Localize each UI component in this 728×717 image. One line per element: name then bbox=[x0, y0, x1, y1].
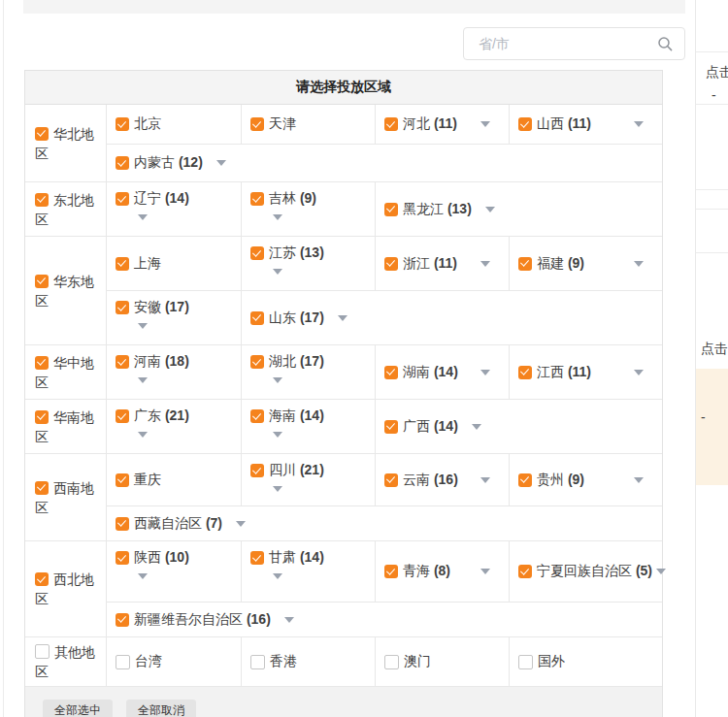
chevron-down-icon[interactable] bbox=[273, 573, 282, 579]
province-checkbox[interactable] bbox=[518, 117, 532, 131]
chevron-down-icon[interactable] bbox=[485, 207, 495, 212]
province-cell[interactable]: 重庆 bbox=[107, 454, 242, 505]
chevron-down-icon[interactable] bbox=[138, 573, 148, 579]
province-checkbox[interactable] bbox=[518, 257, 532, 271]
chevron-down-icon[interactable] bbox=[273, 214, 282, 220]
province-checkbox[interactable] bbox=[116, 473, 129, 487]
chevron-down-icon[interactable] bbox=[273, 377, 282, 383]
province-checkbox[interactable] bbox=[518, 655, 533, 669]
province-cell[interactable]: 安徽 (17) bbox=[107, 291, 242, 344]
search-icon[interactable] bbox=[657, 36, 673, 51]
province-cell[interactable]: 四川 (21) bbox=[242, 454, 376, 505]
region-group-cell[interactable]: 华东地区 bbox=[25, 237, 107, 344]
chevron-down-icon[interactable] bbox=[273, 432, 282, 438]
province-cell[interactable]: 香港 bbox=[242, 637, 376, 686]
province-cell[interactable]: 湖北 (17) bbox=[242, 345, 376, 399]
province-checkbox[interactable] bbox=[250, 355, 264, 369]
province-checkbox[interactable] bbox=[116, 257, 129, 271]
province-checkbox[interactable] bbox=[384, 565, 398, 578]
province-cell[interactable]: 辽宁 (14) bbox=[107, 182, 242, 236]
province-checkbox[interactable] bbox=[518, 366, 532, 379]
province-checkbox[interactable] bbox=[384, 117, 398, 131]
province-checkbox[interactable] bbox=[116, 192, 129, 206]
province-checkbox[interactable] bbox=[518, 565, 532, 578]
province-cell[interactable]: 江苏 (13) bbox=[242, 237, 376, 290]
chevron-down-icon[interactable] bbox=[634, 121, 644, 127]
province-cell[interactable]: 台湾 bbox=[107, 637, 242, 686]
chevron-down-icon[interactable] bbox=[273, 269, 282, 275]
province-checkbox[interactable] bbox=[250, 655, 265, 669]
province-cell[interactable]: 北京 bbox=[107, 105, 242, 144]
province-checkbox[interactable] bbox=[384, 473, 398, 487]
chevron-down-icon[interactable] bbox=[480, 477, 490, 483]
region-group-cell[interactable]: 华中地区 bbox=[25, 345, 107, 399]
province-checkbox[interactable] bbox=[116, 409, 129, 423]
province-checkbox[interactable] bbox=[116, 655, 130, 669]
province-cell[interactable]: 宁夏回族自治区 (5) bbox=[510, 541, 662, 602]
province-checkbox[interactable] bbox=[250, 311, 264, 325]
chevron-down-icon[interactable] bbox=[634, 261, 644, 267]
chevron-down-icon[interactable] bbox=[480, 121, 490, 127]
province-cell[interactable]: 福建 (9) bbox=[510, 237, 662, 290]
region-checkbox[interactable] bbox=[35, 193, 49, 207]
region-group-cell[interactable]: 东北地区 bbox=[25, 182, 107, 236]
select-all-button[interactable]: 全部选中 bbox=[43, 700, 113, 717]
search-input[interactable] bbox=[477, 35, 657, 52]
province-cell[interactable]: 山西 (11) bbox=[510, 105, 662, 144]
chevron-down-icon[interactable] bbox=[236, 521, 246, 527]
province-cell[interactable]: 上海 bbox=[107, 237, 242, 290]
province-cell[interactable]: 山东 (17) bbox=[242, 291, 662, 344]
province-cell[interactable]: 内蒙古 (12) bbox=[107, 145, 662, 181]
chevron-down-icon[interactable] bbox=[472, 424, 481, 430]
province-cell[interactable]: 河南 (18) bbox=[107, 345, 242, 399]
chevron-down-icon[interactable] bbox=[480, 261, 490, 267]
province-checkbox[interactable] bbox=[250, 117, 264, 131]
chevron-down-icon[interactable] bbox=[138, 377, 148, 383]
chevron-down-icon[interactable] bbox=[480, 569, 490, 574]
chevron-down-icon[interactable] bbox=[634, 477, 644, 483]
chevron-down-icon[interactable] bbox=[338, 315, 347, 321]
chevron-down-icon[interactable] bbox=[138, 214, 148, 220]
province-checkbox[interactable] bbox=[116, 117, 129, 131]
province-checkbox[interactable] bbox=[250, 246, 264, 260]
region-group-cell[interactable]: 华南地区 bbox=[25, 400, 107, 453]
region-group-cell[interactable]: 华北地区 bbox=[25, 105, 107, 181]
province-checkbox[interactable] bbox=[384, 655, 399, 669]
province-cell[interactable]: 湖南 (14) bbox=[376, 345, 510, 399]
region-checkbox[interactable] bbox=[35, 356, 49, 370]
province-cell[interactable]: 西藏自治区 (7) bbox=[107, 506, 662, 540]
province-cell[interactable]: 澳门 bbox=[376, 637, 510, 686]
chevron-down-icon[interactable] bbox=[138, 323, 148, 329]
province-checkbox[interactable] bbox=[384, 257, 398, 271]
province-checkbox[interactable] bbox=[116, 517, 129, 531]
chevron-down-icon[interactable] bbox=[284, 617, 294, 623]
province-cell[interactable]: 青海 (8) bbox=[376, 541, 510, 602]
province-cell[interactable]: 甘肃 (14) bbox=[242, 541, 376, 602]
province-checkbox[interactable] bbox=[250, 192, 264, 206]
province-checkbox[interactable] bbox=[116, 355, 129, 369]
province-cell[interactable]: 广西 (14) bbox=[376, 400, 662, 453]
region-checkbox[interactable] bbox=[35, 127, 49, 141]
province-cell[interactable]: 海南 (14) bbox=[242, 400, 376, 453]
province-cell[interactable]: 天津 bbox=[242, 105, 376, 144]
region-checkbox[interactable] bbox=[35, 481, 49, 495]
province-cell[interactable]: 国外 bbox=[510, 637, 662, 686]
province-checkbox[interactable] bbox=[518, 473, 532, 487]
province-checkbox[interactable] bbox=[250, 551, 264, 565]
province-cell[interactable]: 黑龙江 (13) bbox=[376, 182, 662, 236]
province-checkbox[interactable] bbox=[250, 464, 264, 477]
province-checkbox[interactable] bbox=[116, 301, 129, 314]
chevron-down-icon[interactable] bbox=[273, 486, 282, 492]
chevron-down-icon[interactable] bbox=[480, 370, 490, 375]
region-checkbox[interactable] bbox=[35, 275, 49, 288]
province-cell[interactable]: 广东 (21) bbox=[107, 400, 242, 453]
province-cell[interactable]: 浙江 (11) bbox=[376, 237, 510, 290]
region-group-cell[interactable]: 西南地区 bbox=[25, 454, 107, 540]
province-checkbox[interactable] bbox=[250, 409, 264, 423]
province-cell[interactable]: 陕西 (10) bbox=[107, 541, 242, 602]
chevron-down-icon[interactable] bbox=[634, 370, 644, 375]
province-checkbox[interactable] bbox=[116, 613, 129, 627]
province-checkbox[interactable] bbox=[384, 420, 398, 434]
province-cell[interactable]: 新疆维吾尔自治区 (16) bbox=[107, 603, 662, 636]
province-cell[interactable]: 江西 (11) bbox=[510, 345, 662, 399]
